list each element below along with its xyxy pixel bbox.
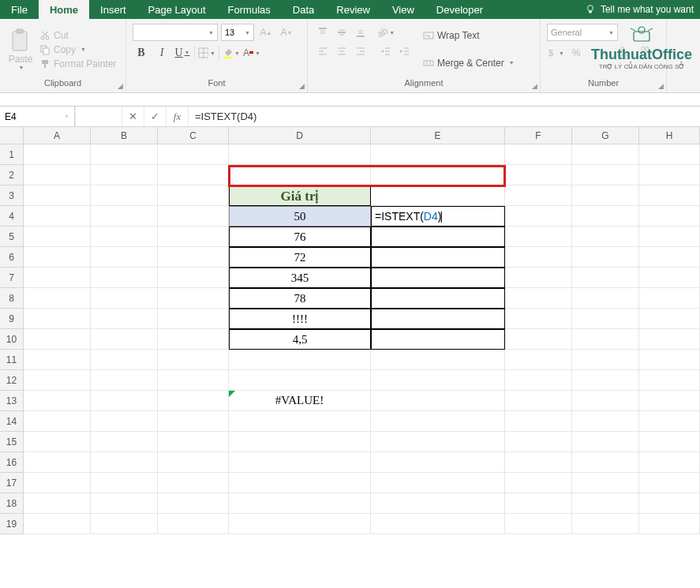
cell-E13[interactable] xyxy=(371,391,505,411)
cell-E6[interactable] xyxy=(371,247,505,268)
align-left-button[interactable] xyxy=(314,43,331,60)
cell-B14[interactable] xyxy=(91,411,158,432)
cell-A3[interactable] xyxy=(24,185,91,206)
cell-B3[interactable] xyxy=(91,185,158,206)
cell-G1[interactable] xyxy=(572,144,639,165)
row-header-18[interactable]: 18 xyxy=(0,493,24,514)
cell-G12[interactable] xyxy=(572,370,639,391)
percent-button[interactable]: % xyxy=(567,44,585,62)
cell-E19[interactable] xyxy=(371,514,505,534)
cell-D17[interactable] xyxy=(229,473,371,493)
cell-F8[interactable] xyxy=(505,288,572,309)
cell-E14[interactable] xyxy=(371,411,505,432)
align-middle-button[interactable] xyxy=(333,24,350,41)
cell-F7[interactable] xyxy=(505,268,572,288)
font-name-combo[interactable]: ▼ xyxy=(133,24,218,41)
cell-G10[interactable] xyxy=(572,329,639,350)
cell-D4[interactable]: 50 xyxy=(229,206,371,227)
cell-A10[interactable] xyxy=(24,329,91,350)
clipboard-launcher[interactable]: ◢ xyxy=(118,82,123,90)
cell-H1[interactable] xyxy=(639,144,700,165)
cell-H10[interactable] xyxy=(639,329,700,350)
cell-F13[interactable] xyxy=(505,391,572,411)
cell-F3[interactable] xyxy=(505,185,572,206)
cell-G7[interactable] xyxy=(572,268,639,288)
merge-center-button[interactable]: Merge & Center▼ xyxy=(423,58,515,69)
increase-font-button[interactable]: A▲ xyxy=(257,24,275,41)
cell-G19[interactable] xyxy=(572,514,639,534)
cell-F2[interactable] xyxy=(505,165,572,185)
cell-F10[interactable] xyxy=(505,329,572,350)
wrap-text-button[interactable]: Wrap Text xyxy=(423,30,515,41)
cell-E10[interactable] xyxy=(371,329,505,350)
cell-E2[interactable] xyxy=(371,165,505,185)
row-header-16[interactable]: 16 xyxy=(0,452,24,473)
cell-D5[interactable]: 76 xyxy=(229,227,371,247)
cell-G11[interactable] xyxy=(572,350,639,370)
tab-view[interactable]: View xyxy=(381,0,425,19)
cell-G16[interactable] xyxy=(572,452,639,473)
cell-A12[interactable] xyxy=(24,370,91,391)
cell-H19[interactable] xyxy=(639,514,700,534)
tab-page-layout[interactable]: Page Layout xyxy=(137,0,217,19)
alignment-launcher[interactable]: ◢ xyxy=(532,82,537,90)
cell-E15[interactable] xyxy=(371,432,505,452)
cell-B10[interactable] xyxy=(91,329,158,350)
cell-H7[interactable] xyxy=(639,268,700,288)
cell-F15[interactable] xyxy=(505,432,572,452)
col-header-d[interactable]: D xyxy=(229,127,371,144)
cell-F1[interactable] xyxy=(505,144,572,165)
cell-F4[interactable] xyxy=(505,206,572,227)
cell-E12[interactable] xyxy=(371,370,505,391)
cell-D14[interactable] xyxy=(229,411,371,432)
cell-E11[interactable] xyxy=(371,350,505,370)
cell-B4[interactable] xyxy=(91,206,158,227)
formula-input[interactable]: =ISTEXT(D4) xyxy=(189,107,700,126)
cell-G15[interactable] xyxy=(572,432,639,452)
cell-A9[interactable] xyxy=(24,309,91,329)
row-header-19[interactable]: 19 xyxy=(0,514,24,534)
orientation-button[interactable]: ab▼ xyxy=(377,24,395,41)
cell-B8[interactable] xyxy=(91,288,158,309)
cell-D18[interactable] xyxy=(229,493,371,514)
cell-E4[interactable]: =ISTEXT(D4)| xyxy=(371,206,505,227)
cell-D19[interactable] xyxy=(229,514,371,534)
cell-D1[interactable] xyxy=(229,144,371,165)
cell-C15[interactable] xyxy=(158,432,229,452)
cell-E8[interactable] xyxy=(371,288,505,309)
format-painter-button[interactable]: Format Painter xyxy=(39,58,116,69)
cell-F18[interactable] xyxy=(505,493,572,514)
decrease-indent-button[interactable] xyxy=(377,43,395,60)
cell-F11[interactable] xyxy=(505,350,572,370)
cell-A11[interactable] xyxy=(24,350,91,370)
cell-F5[interactable] xyxy=(505,227,572,247)
cancel-formula-button[interactable]: ✕ xyxy=(122,107,144,126)
cell-D12[interactable] xyxy=(229,370,371,391)
cell-D10[interactable]: 4,5 xyxy=(229,329,371,350)
cell-C19[interactable] xyxy=(158,514,229,534)
accounting-format-button[interactable]: $▼ xyxy=(547,44,564,62)
tab-formulas[interactable]: Formulas xyxy=(217,0,282,19)
italic-button[interactable]: I xyxy=(153,44,170,62)
cell-B2[interactable] xyxy=(91,165,158,185)
cell-B19[interactable] xyxy=(91,514,158,534)
cell-C7[interactable] xyxy=(158,268,229,288)
align-center-button[interactable] xyxy=(333,43,350,60)
paste-button[interactable]: Paste ▼ xyxy=(5,22,36,77)
copy-button[interactable]: Copy▼ xyxy=(39,44,116,55)
col-header-c[interactable]: C xyxy=(158,127,229,144)
fill-color-button[interactable]: ▼ xyxy=(223,44,240,62)
cell-G14[interactable] xyxy=(572,411,639,432)
cell-C9[interactable] xyxy=(158,309,229,329)
cell-H4[interactable] xyxy=(639,206,700,227)
cell-D11[interactable] xyxy=(229,350,371,370)
increase-indent-button[interactable] xyxy=(396,43,414,60)
cell-H5[interactable] xyxy=(639,227,700,247)
cell-G5[interactable] xyxy=(572,227,639,247)
cell-C8[interactable] xyxy=(158,288,229,309)
insert-function-button[interactable]: fx xyxy=(167,107,189,126)
cell-E7[interactable] xyxy=(371,268,505,288)
cell-F6[interactable] xyxy=(505,247,572,268)
cell-A8[interactable] xyxy=(24,288,91,309)
cell-G3[interactable] xyxy=(572,185,639,206)
